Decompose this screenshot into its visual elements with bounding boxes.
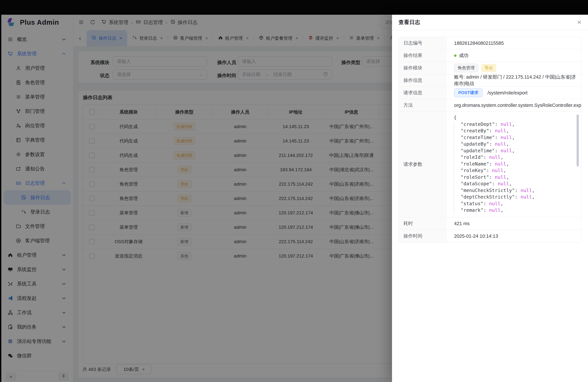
params-json: {"createDept": null,"createBy": null,"cr… — [453, 114, 535, 213]
field-method-value: org.dromara.system.controller.system.Sys… — [446, 99, 581, 111]
json-line: { — [454, 114, 535, 121]
close-icon[interactable]: ✕ — [577, 19, 582, 25]
field-params: 请求参数 {"createDept": null,"createBy": nul… — [399, 112, 581, 217]
code-scrollbar-thumb[interactable] — [577, 115, 579, 167]
post-method-tag: POST请求 — [454, 88, 483, 97]
json-line: "roleName": null, — [454, 161, 535, 167]
json-line: "createTime": null, — [454, 134, 535, 141]
field-time-label: 操作时间 — [399, 230, 446, 242]
params-code-block[interactable]: {"createDept": null,"createBy": null,"cr… — [446, 112, 581, 217]
field-params-label: 请求参数 — [399, 112, 446, 217]
field-info-value: 账号: admin / 研发部门 / 222.175.114.242 / 中国|… — [446, 74, 581, 86]
window-top-bar — [0, 0, 588, 15]
field-duration-value: 421 ms — [446, 217, 581, 230]
field-duration: 耗时 421 ms — [399, 217, 581, 230]
drawer-title: 查看日志 — [399, 19, 420, 26]
field-log-id-label: 日志编号 — [399, 37, 446, 49]
field-result-label: 操作结果 — [399, 49, 446, 62]
field-duration-label: 耗时 — [399, 217, 446, 230]
json-line: "updateTime": null, — [454, 147, 535, 154]
json-line: "status": null, — [454, 200, 535, 207]
field-result-value: 成功 — [459, 52, 468, 59]
field-log-id-value: 1882612840802115585 — [446, 37, 581, 49]
field-method-label: 方法 — [399, 99, 446, 111]
json-line: "menuCheckStrictly": null, — [454, 187, 535, 194]
json-line: "createBy": null, — [454, 127, 535, 134]
field-method: 方法 org.dromara.system.controller.system.… — [399, 99, 581, 112]
json-line: "deptCheckStrictly": null, — [454, 194, 535, 200]
view-log-drawer: 查看日志 ✕ 日志编号 1882612840802115585 操作结果 成功 … — [392, 15, 588, 382]
json-line: "remark": null, — [454, 207, 535, 213]
drawer-body: 日志编号 1882612840802115585 操作结果 成功 操作模块 角色… — [392, 30, 588, 382]
json-line: "roleKey": null, — [454, 167, 535, 174]
success-dot-icon — [454, 54, 457, 57]
field-time: 操作时间 2025-01-24 10:14:13 — [399, 230, 581, 242]
drawer-header: 查看日志 ✕ — [392, 15, 588, 30]
field-request-label: 请求信息 — [399, 87, 446, 99]
field-time-value: 2025-01-24 10:14:13 — [446, 230, 581, 242]
json-line: "dataScope": null, — [454, 180, 535, 187]
field-info-label: 操作信息 — [399, 74, 446, 86]
request-url: /system/role/export — [487, 90, 527, 96]
json-line: "roleId": null, — [454, 154, 535, 161]
json-line: "updateBy": null, — [454, 141, 535, 147]
field-result: 操作结果 成功 — [399, 49, 581, 62]
json-line: "createDept": null, — [454, 121, 535, 127]
operation-type-tag: 导出 — [481, 64, 496, 72]
json-line: "roleSort": null, — [454, 174, 535, 181]
log-detail-table: 日志编号 1882612840802115585 操作结果 成功 操作模块 角色… — [399, 37, 582, 243]
module-tag: 角色管理 — [454, 64, 478, 72]
field-request: 请求信息 POST请求 /system/role/export — [399, 87, 581, 99]
field-module: 操作模块 角色管理 导出 — [399, 62, 581, 74]
field-module-label: 操作模块 — [399, 62, 446, 74]
field-info: 操作信息 账号: admin / 研发部门 / 222.175.114.242 … — [399, 74, 581, 87]
field-log-id: 日志编号 1882612840802115585 — [399, 37, 581, 49]
